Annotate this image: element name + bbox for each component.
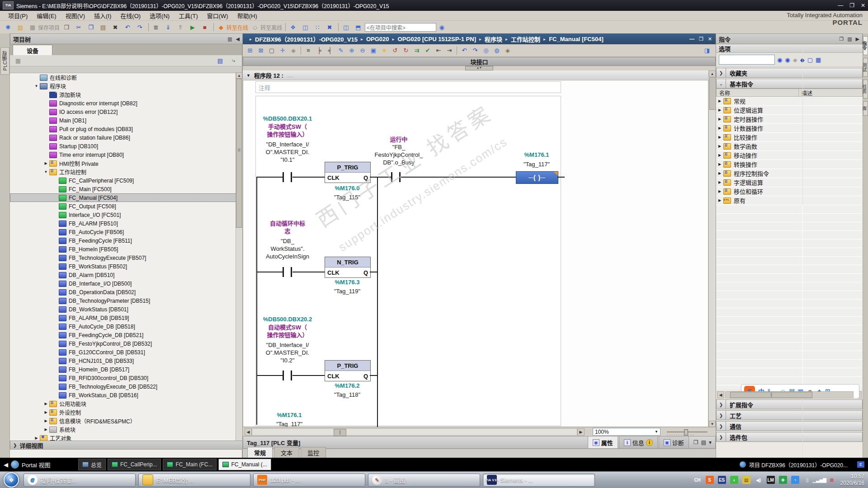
tree-item[interactable]: FB_HomeIn [FB505] [10,245,242,253]
float-panel-icon[interactable]: ❐ [839,36,844,42]
section-optional-packages[interactable]: ❯选件包 [716,432,863,442]
tree-item[interactable]: FB_ALARM [FB510] [10,219,242,228]
editor-tab-fc-manual[interactable]: FC_Manual (... [218,459,271,470]
operand-tag[interactable]: "DB_ [251,237,324,245]
operand-address[interactable]: %M176.2 [320,382,374,389]
operand-tag[interactable]: FestoYjkpControl_ [361,151,437,159]
side-tab-tasks[interactable]: 任务 [863,80,868,99]
inspector-subtab[interactable]: 常规 [247,447,273,458]
instructions-hscrollbar[interactable]: ║ [725,391,854,399]
breadcrumb-item[interactable]: ▸OPG020 [358,36,389,42]
operand-tag[interactable]: DB".o_Busy [361,159,437,166]
tree-item[interactable]: DB_Alarm [DB510] [10,271,242,279]
section-favorites[interactable]: ❯ 收藏夹 [716,68,863,78]
operand-tag[interactable]: "Tag_117" [509,160,564,168]
zoom-select[interactable]: 100%▼ [593,428,660,436]
scroll-right-icon[interactable]: ▶ [577,428,585,436]
float-inspector-icon[interactable]: ❐ [693,439,698,446]
undo-network-icon[interactable]: ↶ [459,46,469,55]
taskbar-ie[interactable]: e提问-找答案... [24,474,136,487]
add-box-icon[interactable]: ✛ [278,46,288,55]
remove-icon[interactable]: ✖ [325,23,336,32]
tree-item[interactable]: Main [OB1] [10,116,242,125]
operand-tag[interactable]: O".MASTER_DI. [251,148,324,156]
tree-item[interactable]: FC_Output [FC508] [10,202,242,211]
breadcrumb-item[interactable]: ▸OPG020 [CPU 1512SP-1 PN] [389,36,476,42]
tree-item[interactable]: DB_OperationData [DB502] [10,288,242,296]
collapse-network-icon[interactable]: ▼ [246,73,250,78]
contact-bar[interactable] [283,172,284,182]
accessible-devices-icon[interactable]: ❖ [288,23,299,32]
operand-address[interactable]: %M176.1 [253,411,326,419]
scroll-down-icon[interactable]: ▼ [709,421,716,427]
menu-item[interactable]: 编辑(E) [32,10,61,21]
tree-expand-icon[interactable]: ⤷ [229,56,239,65]
tree-item[interactable]: FB_FeedingCycle_DB [DB521] [10,331,242,339]
instr-group-general[interactable]: ▶常规 [716,97,863,106]
tree-item[interactable]: FB_HCNJ101_DB [DB533] [10,357,242,365]
editor-hscrollbar[interactable]: ║ [252,428,577,436]
side-tab-instructions[interactable]: 指令 [863,36,868,55]
insert-network-icon[interactable]: ⊞ [245,46,255,55]
tray-volume-icon[interactable]: ◀) [755,476,763,484]
float-panel-icon[interactable]: ▥ [227,36,232,42]
lock-icon[interactable]: ◈ [288,46,298,55]
editor-tab-fc-main[interactable]: FC_Main (FC... [163,459,217,470]
go-offline-icon[interactable]: ◇转至离线 [250,23,283,32]
breadcrumb-item[interactable]: ▸FC_Manual [FC504] [540,36,604,42]
operand-address[interactable]: %M176.1 [509,151,564,159]
instructions-search-input[interactable] [719,55,775,65]
insert-comment-icon[interactable]: ✎ [336,46,346,55]
tree-item-program-blocks[interactable]: ▼程序块 [10,82,242,90]
tree-details-icon[interactable]: ▤ [215,56,225,65]
inspector-subtab[interactable]: 文本 [274,447,299,458]
operand-tag[interactable]: O".MASTER_DI. [251,349,324,357]
splitter-grip-icon[interactable]: ▲▼ [465,66,493,70]
operand-tag[interactable]: "Tag_119" [320,287,374,295]
tree-item[interactable]: DB_Interface_I/O [DB500] [10,279,242,288]
tree-item[interactable]: FB_FestoYjkpControl_DB [DB532] [10,339,242,348]
tab-properties[interactable]: ◉属性 [588,436,618,448]
section-basic-instructions[interactable]: ⌄ 基本指令 [716,79,863,89]
previous-error-icon[interactable]: ↺ [390,46,400,55]
section-extended-instructions[interactable]: ❯扩展指令 [716,399,863,409]
taskbar-pdf[interactable]: PDF123.pdf - ... [253,474,365,487]
absolute-symbolic-icon[interactable]: ▣ [368,46,378,55]
zoom-slider[interactable]: | | | | | | | | | | | | [667,428,708,436]
menu-item[interactable]: 窗口(W) [203,10,233,21]
tree-item[interactable]: FB_FeedingCycle [FB511] [10,236,242,245]
delete-icon[interactable]: ✖ [110,23,122,32]
scroll-left-icon[interactable]: ◀ [717,391,724,399]
breadcrumb-item[interactable]: ▸工作站控制 [502,35,540,43]
search-input[interactable] [365,23,436,32]
tree-item[interactable]: ▶外设控制 [10,408,242,417]
menu-item[interactable]: 帮助(H) [233,10,262,21]
instr-group-move[interactable]: ▶移动操作 [716,151,863,160]
taskbar-clock[interactable]: 10:57 2020/6/16 [840,473,868,487]
tree-item[interactable]: FC_Main [FC500] [10,185,242,193]
tree-item[interactable]: FB_TechnologyExecute_DB [DB522] [10,382,242,391]
operand-address[interactable]: %DB500.DBX20.2 [251,315,324,323]
tree-item[interactable]: ▶信息模块（RFID&MES&PMC） [10,417,242,425]
cut-icon[interactable]: ✂ [74,23,85,32]
contact-bar[interactable] [283,371,284,380]
tree-item[interactable]: FB_WorkStatus [FB502] [10,262,242,271]
close-branch-icon[interactable]: ╡ [325,46,335,55]
instr-group-convert[interactable]: ▶转换操作 [716,160,863,169]
taskbar-paint[interactable]: ✎1 - 画图 [368,474,480,487]
tray-license-icon[interactable]: LM [767,476,775,484]
operand-tag[interactable]: "DB_Interface_I/ [251,141,324,148]
contact-bar[interactable] [291,267,292,277]
chevron-down-icon[interactable]: ▾ [709,439,712,446]
tree-scrollbar-thumb[interactable] [236,79,242,228]
scroll-up-icon[interactable]: ▲ [236,72,242,79]
tray-files-icon[interactable]: ▤ [742,476,750,484]
instr-group-timer[interactable]: ▶定时器操作 [716,115,863,124]
tree-item[interactable]: Rack or station failure [OB86] [10,133,242,142]
tray-lang[interactable]: CH [693,476,702,484]
hscroll-thumb[interactable]: ║ [730,392,812,398]
compile-icon[interactable]: ≣ [151,23,162,32]
split-vertical-icon[interactable]: ⬒ [353,23,364,32]
tray-qq-icon[interactable]: ◔ [791,476,799,484]
instr-group-counter[interactable]: ▶计数器操作 [716,124,863,133]
